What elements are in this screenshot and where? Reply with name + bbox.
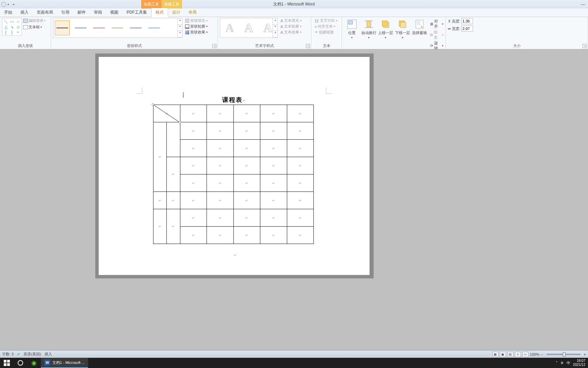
table-cell[interactable]: ↵ <box>207 192 234 209</box>
spellcheck-icon[interactable]: ✔ <box>17 352 20 356</box>
table-cell[interactable]: ↵ <box>207 174 234 192</box>
table-cell[interactable]: ↵ <box>180 192 207 209</box>
height-input[interactable] <box>461 18 473 24</box>
table-cell[interactable]: ↵ <box>287 174 314 192</box>
bring-forward-button[interactable]: 上移一层▾ <box>378 18 394 39</box>
table-cell[interactable]: ↵ <box>260 140 287 157</box>
table-cell[interactable]: ↵ <box>180 227 207 244</box>
shapes-gallery[interactable]: ＼▭○ △↘◇ {}▾ <box>2 18 22 36</box>
table-cell[interactable]: ↵ <box>260 157 287 174</box>
table-cell[interactable]: ↵ <box>260 192 287 209</box>
draft-view-button[interactable]: ▭ <box>522 352 528 357</box>
table-cell[interactable]: ↵ <box>153 209 167 244</box>
table-cell[interactable]: ↵ <box>260 174 287 192</box>
redo-icon[interactable] <box>1 2 6 7</box>
table-cell[interactable]: ↵ <box>287 192 314 209</box>
table-cell[interactable]: ↵ <box>180 157 207 174</box>
table-cell[interactable]: ↵ <box>207 227 234 244</box>
table-cell[interactable]: ↵ <box>207 105 234 122</box>
minimize-button[interactable]: — <box>578 2 588 7</box>
textbox-button[interactable]: 文本框▾ <box>23 25 46 30</box>
shape-outline-button[interactable]: 形状轮廓▾ <box>185 24 208 29</box>
wifi-icon[interactable]: ⚞ <box>560 361 564 365</box>
table-cell[interactable]: ↵ <box>233 227 260 244</box>
tab-references[interactable]: 引用 <box>57 8 74 17</box>
tray-chevron-icon[interactable]: ˄ <box>556 361 558 365</box>
table-cell[interactable]: ↵ <box>233 157 260 174</box>
language-status[interactable]: 英语(美国) <box>23 352 41 357</box>
wrap-text-button[interactable]: 自动换行▾ <box>361 18 377 39</box>
table-cell[interactable] <box>167 122 180 157</box>
shape-effects-button[interactable]: 形状效果▾ <box>185 30 208 35</box>
table-cell[interactable]: ↵ <box>167 209 180 244</box>
qat-dropdown-icon[interactable]: ▾ <box>7 3 9 6</box>
align-button[interactable]: ⊞对齐▾ <box>430 19 443 29</box>
dialog-launcher-icon[interactable]: ↘ <box>212 44 216 48</box>
word-count[interactable]: 字数: 3 <box>2 352 14 357</box>
zoom-out-button[interactable]: − <box>541 352 543 356</box>
task-item-word[interactable]: W 文档1 - Microsoft ... <box>41 358 88 368</box>
clock[interactable]: 18:07 2021/12 <box>573 359 585 367</box>
table-cell[interactable]: ↵ <box>287 209 314 227</box>
shape-style-gallery[interactable]: ▴▾▾ <box>53 18 182 38</box>
table-cell[interactable]: ↵ <box>153 105 180 122</box>
table-cell[interactable]: ↵ <box>287 122 314 140</box>
position-button[interactable]: 位置▾ <box>344 18 360 39</box>
dialog-launcher-icon[interactable]: ↘ <box>583 44 587 48</box>
table-cell[interactable]: ↵ <box>260 227 287 244</box>
table-cell[interactable]: ↵ <box>287 105 314 122</box>
outline-view-button[interactable]: ≡ <box>515 352 521 357</box>
table-cell[interactable]: ↵ <box>233 105 260 122</box>
table-cell[interactable]: ↵ <box>287 140 314 157</box>
table-cell[interactable]: ↵ <box>233 122 260 140</box>
gallery-spinner[interactable]: ▴▾▾ <box>177 18 182 37</box>
web-layout-view-button[interactable]: ▤ <box>507 352 513 357</box>
tab-view[interactable]: 视图 <box>106 8 122 17</box>
cortana-button[interactable] <box>14 358 27 368</box>
table-cell[interactable]: ↵ <box>207 157 234 174</box>
table-cell[interactable]: ↵ <box>233 209 260 227</box>
ime-indicator[interactable]: 中 <box>567 361 570 366</box>
tab-format[interactable]: 格式 <box>151 8 168 17</box>
tab-layout[interactable]: 布局 <box>184 8 201 17</box>
document-area[interactable]: 课程表↵ ↵ ↵ ↵ ↵ ↵ ↵ ↵ ↵ ↵ ↵ ↵ ↵ ↵ ↵ <box>0 49 588 358</box>
width-input[interactable] <box>461 26 473 32</box>
tab-pagelayout[interactable]: 页面布局 <box>33 8 57 17</box>
table-cell[interactable]: ↵ <box>153 122 167 192</box>
table-cell[interactable]: ↵ <box>180 140 207 157</box>
selection-pane-button[interactable]: 选择窗格 <box>412 18 427 35</box>
table-cell[interactable]: ↵ <box>207 209 234 227</box>
table-cell[interactable]: ↵ <box>167 157 180 192</box>
table-cell[interactable]: ↵ <box>287 157 314 174</box>
table-cell[interactable]: ↵ <box>167 192 180 209</box>
zoom-level[interactable]: 100% <box>530 352 539 356</box>
tab-design[interactable]: 设计 <box>168 8 184 17</box>
fullscreen-reading-view-button[interactable]: ▣ <box>500 352 506 357</box>
table-cell[interactable]: ↵ <box>287 227 314 244</box>
table-cell[interactable]: ↵ <box>207 140 234 157</box>
insert-mode[interactable]: 插入 <box>45 352 52 357</box>
send-backward-button[interactable]: 下移一层▾ <box>395 18 410 39</box>
table-cell[interactable]: ↵ <box>180 122 207 140</box>
tab-mailings[interactable]: 邮件 <box>74 8 90 17</box>
table-cell[interactable]: ↵ <box>233 140 260 157</box>
table-cell[interactable]: ↵ <box>260 105 287 122</box>
dialog-launcher-icon[interactable]: ↘ <box>306 44 310 48</box>
table-cell[interactable]: ↵ <box>180 209 207 227</box>
tab-pdf[interactable]: PDF工具集 <box>122 8 151 17</box>
zoom-slider[interactable] <box>546 354 581 355</box>
table-cell[interactable]: ↵ <box>260 122 287 140</box>
tab-start[interactable]: 开始 <box>0 8 16 17</box>
zoom-in-button[interactable]: + <box>584 352 586 356</box>
page[interactable]: 课程表↵ ↵ ↵ ↵ ↵ ↵ ↵ ↵ ↵ ↵ ↵ ↵ ↵ ↵ ↵ <box>99 57 370 275</box>
tab-insert[interactable]: 插入 <box>16 8 33 17</box>
table-cell[interactable]: ↵ <box>180 174 207 192</box>
table-cell[interactable]: ↵ <box>207 122 234 140</box>
qat-customize-icon[interactable]: ▾ <box>13 3 15 6</box>
start-button[interactable] <box>0 358 14 368</box>
table-cell[interactable]: ↵ <box>260 209 287 227</box>
table-cell[interactable]: ↵ <box>153 192 167 209</box>
tab-review[interactable]: 审阅 <box>90 8 106 17</box>
table-cell[interactable]: ↵ <box>233 192 260 209</box>
print-layout-view-button[interactable]: ▦ <box>492 352 499 357</box>
